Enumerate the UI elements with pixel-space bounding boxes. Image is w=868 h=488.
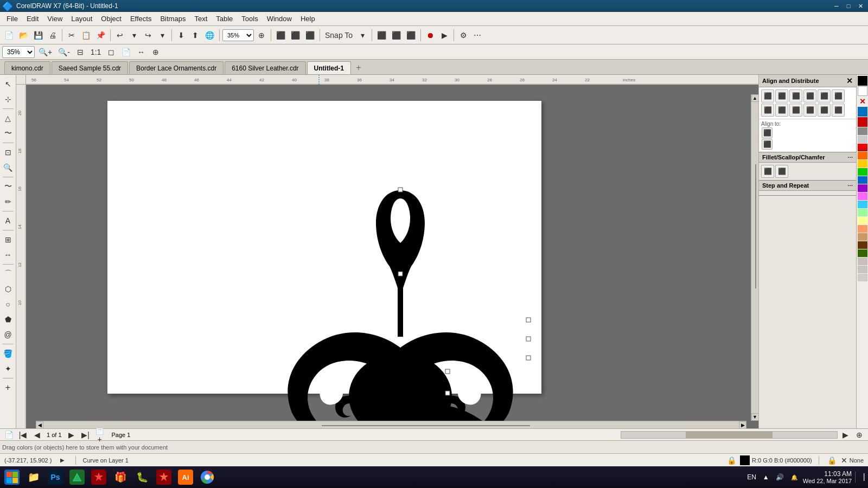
align-to-selection[interactable]: ⬛ xyxy=(762,139,773,150)
brown-swatch[interactable] xyxy=(858,241,867,249)
menu-table[interactable]: Table xyxy=(212,13,237,24)
scroll-thumb[interactable] xyxy=(322,425,531,426)
dkblue-swatch[interactable] xyxy=(858,176,867,184)
maximize-button[interactable]: □ xyxy=(843,1,854,11)
distribute-top[interactable]: ⬛ xyxy=(803,104,816,117)
align-bottom-edge[interactable]: ⬛ xyxy=(832,89,845,102)
open-button[interactable]: 📂 xyxy=(17,28,30,42)
coreldraw-button[interactable] xyxy=(89,468,108,486)
align-distribute-button[interactable]: ⬛ xyxy=(390,28,403,42)
ltgray3-swatch[interactable] xyxy=(858,274,867,281)
shape-tool[interactable]: △ xyxy=(1,111,15,125)
align-center-v[interactable]: ⬛ xyxy=(818,89,831,102)
page-prev-button[interactable]: ◀ xyxy=(30,430,43,440)
scallop-btn[interactable]: ⬛ xyxy=(775,165,788,178)
page-next-button[interactable]: ▶ xyxy=(65,430,78,440)
affinity-button[interactable] xyxy=(67,468,87,486)
zoom-width-button[interactable]: ↔ xyxy=(135,45,148,59)
step-panel-close[interactable]: ⋯ xyxy=(847,183,853,189)
red-swatch[interactable] xyxy=(858,117,867,127)
polygon-tool[interactable]: ⬟ xyxy=(1,312,15,326)
gray1-swatch[interactable] xyxy=(858,127,867,135)
photoshop-button[interactable]: Ps xyxy=(46,468,65,486)
gift-button[interactable]: 🎁 xyxy=(111,468,130,486)
design-artwork[interactable] xyxy=(259,185,541,428)
page-last-button[interactable]: ▶| xyxy=(79,430,92,440)
align-right-edge[interactable]: ⬛ xyxy=(789,89,802,102)
insect-button[interactable]: 🐛 xyxy=(132,468,152,486)
zoom-value-select[interactable]: 35% 100% xyxy=(2,46,35,58)
menu-layout[interactable]: Layout xyxy=(67,13,97,24)
fillet-panel-header[interactable]: Fillet/Scallop/Chamfer ⋯ xyxy=(759,152,856,163)
tan-swatch[interactable] xyxy=(858,233,867,241)
green-swatch[interactable] xyxy=(858,168,867,176)
page-first-button[interactable]: |◀ xyxy=(16,430,29,440)
menu-help[interactable]: Help xyxy=(296,13,320,24)
dkgreen-swatch[interactable] xyxy=(858,249,867,257)
redo-button[interactable]: ↪ xyxy=(142,28,155,42)
mirror-button[interactable]: ⬛ xyxy=(375,28,388,42)
scroll-up-button[interactable]: ▲ xyxy=(751,94,759,102)
fillet-btn[interactable]: ⬛ xyxy=(761,165,774,178)
connector-tool[interactable]: ⌒ xyxy=(1,267,15,281)
sound-icon[interactable]: 🔊 xyxy=(775,472,786,483)
zoom-in-button[interactable]: 🔍+ xyxy=(36,45,54,59)
select-tool[interactable]: ↖ xyxy=(1,77,15,91)
zoom-100-button[interactable]: 1:1 xyxy=(88,45,103,59)
outline-x-icon[interactable]: ✕ xyxy=(841,456,847,465)
align-panel-close[interactable]: ✕ xyxy=(846,76,853,85)
undo-dropdown[interactable]: ▾ xyxy=(127,28,141,42)
vscroll-thumb[interactable] xyxy=(755,164,756,289)
fill-tool[interactable]: 🪣 xyxy=(1,346,15,361)
tab-kimono[interactable]: kimono.cdr xyxy=(4,61,50,74)
page-nav-doc-icon[interactable]: 📄 xyxy=(2,430,15,440)
table-tool[interactable]: ⊞ xyxy=(1,233,15,247)
scroll-down-button[interactable]: ▼ xyxy=(751,413,759,421)
snap-to-dropdown[interactable]: ▾ xyxy=(356,28,369,42)
fillet-panel-close[interactable]: ⋯ xyxy=(847,155,853,160)
zoom-custom-button[interactable]: ⊕ xyxy=(149,45,162,59)
x-swatch[interactable]: ✕ xyxy=(858,97,867,106)
options-button[interactable]: ⚙ xyxy=(457,28,470,42)
align-to-page[interactable]: ⬛ xyxy=(762,127,773,138)
zoom-out-button[interactable]: 🔍- xyxy=(56,45,72,59)
step-panel-header[interactable]: Step and Repeat ⋯ xyxy=(759,181,856,191)
minimize-button[interactable]: ─ xyxy=(831,1,842,11)
zoom-toggle-button[interactable]: ⊕ xyxy=(853,430,866,440)
white-swatch[interactable] xyxy=(858,86,867,96)
undo-button[interactable]: ↩ xyxy=(113,28,126,42)
salmon-swatch[interactable] xyxy=(858,225,867,233)
start-button[interactable] xyxy=(2,468,22,486)
illustrator-button[interactable]: Ai xyxy=(176,468,195,486)
zoom-tool[interactable]: 🔍 xyxy=(1,160,15,175)
publish-button[interactable]: 🌐 xyxy=(203,28,216,42)
tab-untitled[interactable]: Untitled-1 xyxy=(307,61,351,74)
align-top-edge[interactable]: ⬛ xyxy=(803,89,816,102)
gradient-red[interactable] xyxy=(858,144,867,151)
transform-button[interactable]: ⬛ xyxy=(404,28,418,42)
page-hscroll-thumb[interactable] xyxy=(686,432,772,438)
purple-swatch[interactable] xyxy=(858,184,867,192)
black-swatch[interactable] xyxy=(858,76,867,86)
curve-tool[interactable]: 〜 xyxy=(1,179,15,194)
align-panel-header[interactable]: Align and Distribute ✕ xyxy=(759,75,856,87)
copy-button[interactable]: 📋 xyxy=(79,28,93,42)
more-button[interactable]: ⋯ xyxy=(471,28,484,42)
pen-tool[interactable]: ✏ xyxy=(1,195,15,209)
distribute-center-h[interactable]: ⬛ xyxy=(775,104,788,117)
page-add-button[interactable]: 📄+ xyxy=(93,430,106,440)
fill-lock-button[interactable]: 🔒 xyxy=(725,455,738,465)
star-button[interactable] xyxy=(154,468,174,486)
zoom-select[interactable]: 35% 50% 75% 100% xyxy=(222,29,254,41)
spiral-tool[interactable]: @ xyxy=(1,328,15,342)
menu-view[interactable]: View xyxy=(43,13,67,24)
distribute-left[interactable]: ⬛ xyxy=(761,104,774,117)
start-record-button[interactable]: ⏺ xyxy=(424,28,437,42)
scroll-end-button[interactable]: ▶ xyxy=(839,430,852,440)
zoom-all-button[interactable]: ⊟ xyxy=(74,45,87,59)
redo-dropdown[interactable]: ▾ xyxy=(156,28,169,42)
paste-button[interactable]: 📌 xyxy=(94,28,107,42)
blue-swatch[interactable] xyxy=(858,107,867,117)
zoom-selection-button[interactable]: ◻ xyxy=(105,45,118,59)
ltgray2-swatch[interactable] xyxy=(858,266,867,273)
